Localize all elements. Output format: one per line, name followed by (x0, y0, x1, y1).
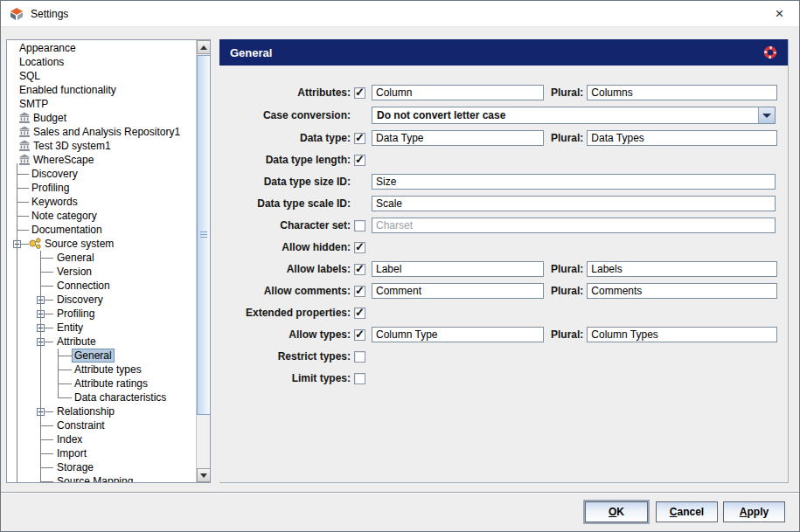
case-conversion-select[interactable]: Do not convert letter case (372, 107, 776, 124)
tree-scrollbar[interactable] (196, 40, 210, 482)
tree-item-appearance[interactable]: Appearance (7, 41, 210, 55)
tree-item-connection[interactable]: Connection (7, 279, 210, 293)
window-title: Settings (31, 8, 68, 20)
tree-item-label: Documentation (31, 224, 102, 236)
panel-title: General (230, 46, 272, 59)
extended-properties-checkbox[interactable] (354, 307, 365, 319)
tree-item-wherescape[interactable]: WhereScape (7, 153, 210, 167)
tree-item-general[interactable]: General (7, 251, 210, 265)
restrict-types-checkbox[interactable] (354, 351, 365, 363)
tree-item-data-characteristics[interactable]: Data characteristics (7, 390, 210, 404)
allow-types-checkbox[interactable] (354, 329, 365, 341)
tree-item-locations[interactable]: Locations (7, 55, 210, 69)
tree-item-attribute-ratings[interactable]: Attribute ratings (7, 377, 210, 390)
apply-button[interactable]: Apply (723, 501, 785, 522)
tree-item-keywords[interactable]: Keywords (7, 195, 210, 209)
allow-labels-checkbox[interactable] (354, 264, 365, 275)
allow-comments-checkbox[interactable] (354, 286, 365, 297)
tree-item-label: General (72, 349, 115, 363)
tree-item-label: Test 3D system1 (33, 140, 111, 152)
tree-item-test-3d-system1[interactable]: Test 3D system1 (7, 139, 210, 153)
allow-labels-field[interactable] (372, 261, 544, 277)
data-type-scale-id-field[interactable] (372, 196, 776, 211)
repository-icon (18, 140, 31, 152)
field-label: Extended properties: (219, 307, 351, 319)
selected-option: Do not convert letter case (372, 109, 505, 121)
tree-item-attribute-types[interactable]: Attribute types (7, 363, 210, 377)
data-type-size-id-field[interactable] (372, 174, 776, 190)
tree-item-sales-and-analysis-repository1[interactable]: Sales and Analysis Repository1 (7, 125, 210, 139)
tree-connector (58, 356, 72, 356)
allow-types-plural-field[interactable] (587, 327, 777, 342)
attributes-field[interactable] (372, 85, 544, 100)
tree-item-label: Keywords (31, 196, 78, 208)
checkbox-slot (351, 130, 372, 146)
form-row-extended-properties: Extended properties: (219, 305, 788, 321)
data-type-checkbox[interactable] (354, 133, 365, 144)
field-label: Data type size ID: (219, 176, 351, 188)
tree-item-enabled-functionality[interactable]: Enabled functionality (7, 83, 210, 97)
tree-item-profiling[interactable]: Profiling (7, 307, 210, 321)
tree-item-budget[interactable]: Budget (7, 111, 210, 125)
allow-comments-plural-field[interactable] (587, 283, 777, 299)
cancel-button[interactable]: Cancel (656, 501, 718, 522)
tree-item-source-mapping[interactable]: Source Mapping (7, 474, 210, 483)
allow-labels-plural-field[interactable] (587, 261, 777, 277)
tree-connector (40, 439, 53, 440)
allow-types-field[interactable] (372, 327, 544, 342)
form-row-allow-labels: Allow labels:Plural: (219, 261, 788, 277)
data-type-length-checkbox[interactable] (354, 155, 365, 166)
plural-label: Plural: (551, 86, 583, 99)
settings-window: Settings × AppearanceLocationsSQLEnabled… (0, 0, 800, 532)
tree-item-entity[interactable]: Entity (7, 321, 210, 335)
tree-item-label: Index (57, 433, 82, 446)
tree-item-version[interactable]: Version (7, 265, 210, 279)
field-label: Allow labels: (219, 263, 351, 275)
tree-connector-line (40, 251, 41, 482)
form-row-allow-hidden: Allow hidden: (219, 239, 788, 255)
scrollbar-thumb[interactable] (197, 55, 211, 415)
allow-comments-field[interactable] (372, 283, 544, 299)
tree-item-general[interactable]: General (7, 349, 210, 363)
tree-connector (40, 453, 53, 454)
scrollbar-grip (200, 231, 207, 238)
checkbox-slot (351, 349, 372, 364)
field-label: Data type: (219, 132, 351, 144)
data-type-plural-field[interactable] (587, 130, 777, 146)
tree-item-discovery[interactable]: Discovery (7, 293, 210, 307)
tree-connector (17, 216, 29, 217)
data-type-field[interactable] (372, 130, 544, 146)
scroll-up-button[interactable] (197, 40, 211, 54)
settings-tree: AppearanceLocationsSQLEnabled functional… (6, 39, 211, 483)
tree-item-import[interactable]: Import (7, 446, 210, 460)
tree-item-storage[interactable]: Storage (7, 460, 210, 474)
tree-connector (17, 202, 29, 203)
close-icon[interactable]: × (760, 1, 799, 26)
attributes-plural-field[interactable] (587, 85, 777, 100)
tree-item-constraint[interactable]: Constraint (7, 418, 210, 432)
tree-item-smtp[interactable]: SMTP (7, 97, 210, 111)
ok-button[interactable]: OK (585, 501, 648, 522)
attributes-checkbox[interactable] (354, 87, 365, 99)
tree-connector (17, 188, 29, 189)
tree-item-label: Source Mapping (57, 475, 133, 483)
repository-icon (18, 154, 31, 166)
tree-item-sql[interactable]: SQL (7, 69, 210, 83)
tree-item-index[interactable]: Index (7, 432, 210, 446)
tree-item-source-system[interactable]: Source system (7, 237, 210, 251)
tree-item-documentation[interactable]: Documentation (7, 223, 210, 237)
limit-types-checkbox[interactable] (354, 373, 365, 384)
help-lifebuoy-icon[interactable] (763, 45, 777, 59)
form-row-restrict-types: Restrict types: (219, 349, 788, 364)
chevron-down-icon[interactable] (758, 107, 775, 123)
tree-item-discovery[interactable]: Discovery (7, 167, 210, 181)
character-set-field[interactable] (372, 218, 776, 233)
tree-item-profiling[interactable]: Profiling (7, 181, 210, 195)
tree-item-attribute[interactable]: Attribute (7, 335, 210, 349)
scroll-down-button[interactable] (197, 468, 211, 482)
repository-icon (18, 126, 31, 138)
allow-hidden-checkbox[interactable] (354, 242, 365, 253)
tree-item-relationship[interactable]: Relationship (7, 404, 210, 418)
character-set-checkbox[interactable] (354, 220, 365, 231)
tree-item-note-category[interactable]: Note category (7, 209, 210, 223)
